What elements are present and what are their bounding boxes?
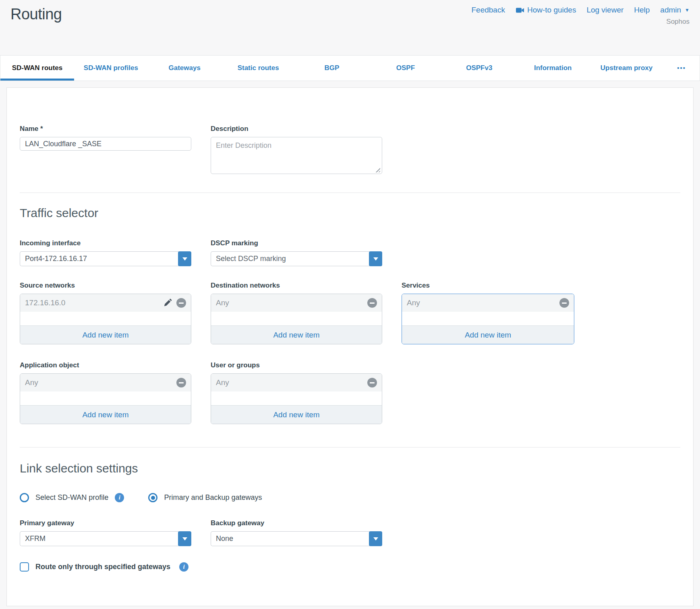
feedback-link[interactable]: Feedback — [471, 6, 505, 14]
destination-networks-add-button[interactable]: Add new item — [211, 325, 382, 344]
interface-dscp-row: Incoming interface Port4-172.16.16.17 DS… — [20, 239, 680, 266]
triangle-down-icon — [373, 537, 378, 541]
listbox-empty-space — [211, 392, 382, 405]
service-item-text: Any — [407, 298, 559, 307]
backup-gateway-dropdown-button[interactable] — [369, 531, 382, 546]
dscp-marking-dropdown[interactable]: Select DSCP marking — [211, 251, 382, 266]
backup-gateway-label: Backup gateway — [211, 519, 382, 527]
user-or-groups-listbox: Any Add new item — [211, 373, 382, 424]
description-label: Description — [211, 125, 382, 133]
traffic-selector-heading: Traffic selector — [20, 206, 680, 220]
application-object-item: Any — [20, 374, 191, 392]
destination-network-item: Any — [211, 294, 382, 312]
source-network-item: 172.16.16.0 — [20, 294, 191, 312]
incoming-interface-dropdown-button[interactable] — [178, 251, 191, 266]
edit-pencil-icon[interactable] — [163, 298, 172, 308]
radio-select-sdwan-profile[interactable] — [20, 493, 29, 502]
incoming-interface-label: Incoming interface — [20, 239, 191, 247]
service-item: Any — [402, 294, 574, 312]
tab-ospf[interactable]: OSPF — [369, 56, 442, 81]
dscp-marking-label: DSCP marking — [211, 239, 382, 247]
info-icon[interactable]: i — [179, 562, 188, 572]
tab-static-routes[interactable]: Static routes — [222, 56, 295, 81]
tab-ospfv3[interactable]: OSPFv3 — [442, 56, 516, 81]
tab-information[interactable]: Information — [516, 56, 590, 81]
primary-gateway-value[interactable]: XFRM — [20, 531, 179, 546]
destination-networks-listbox: Any Add new item — [211, 294, 382, 344]
primary-gateway-dropdown[interactable]: XFRM — [20, 531, 191, 546]
radio-primary-backup-gateways-label: Primary and Backup gateways — [164, 493, 262, 502]
header-links: Feedback How-to guides Log viewer Help a… — [471, 6, 690, 14]
route-edit-card: Name * Description Traffic selector Inco… — [6, 87, 694, 606]
brand-label: Sophos — [471, 18, 690, 26]
networks-row: Source networks 172.16.16.0 Add new item… — [20, 282, 680, 344]
route-only-checkbox-label: Route only through specified gateways — [35, 563, 170, 571]
primary-gateway-dropdown-button[interactable] — [178, 531, 191, 546]
tab-sdwan-routes[interactable]: SD-WAN routes — [0, 56, 74, 81]
page-header: Routing Feedback How-to guides Log viewe… — [0, 0, 700, 55]
name-description-row: Name * Description — [20, 125, 680, 176]
gateway-mode-radio-group: Select SD-WAN profile i Primary and Back… — [20, 493, 680, 502]
tab-bgp[interactable]: BGP — [295, 56, 369, 81]
header-right: Feedback How-to guides Log viewer Help a… — [471, 6, 690, 26]
admin-menu[interactable]: admin ▼ — [660, 6, 690, 14]
backup-gateway-dropdown[interactable]: None — [211, 531, 382, 546]
incoming-interface-dropdown[interactable]: Port4-172.16.16.17 — [20, 251, 191, 266]
source-networks-label: Source networks — [20, 282, 191, 290]
route-only-row: Route only through specified gateways i — [20, 562, 680, 572]
log-viewer-link[interactable]: Log viewer — [586, 6, 623, 14]
user-or-groups-add-button[interactable]: Add new item — [211, 405, 382, 424]
services-add-button[interactable]: Add new item — [402, 325, 574, 344]
radio-select-sdwan-profile-label: Select SD-WAN profile — [35, 493, 108, 502]
tab-overflow-ellipsis[interactable]: ••• — [663, 56, 700, 81]
app-users-row: Application object Any Add new item User… — [20, 361, 680, 424]
caret-down-icon: ▼ — [685, 7, 690, 13]
remove-item-icon[interactable] — [559, 298, 569, 308]
divider-traffic-selector — [20, 193, 680, 193]
help-link[interactable]: Help — [634, 6, 650, 14]
user-or-groups-item-text: Any — [216, 378, 367, 387]
application-object-label: Application object — [20, 361, 191, 369]
destination-network-item-text: Any — [216, 298, 367, 307]
routing-tabbar: SD-WAN routes SD-WAN profiles Gateways S… — [0, 55, 700, 81]
services-label: Services — [402, 282, 574, 290]
remove-item-icon[interactable] — [367, 378, 377, 387]
application-object-listbox: Any Add new item — [20, 373, 191, 424]
services-listbox: Any Add new item — [402, 294, 574, 344]
description-textarea[interactable] — [211, 137, 382, 174]
source-network-item-text: 172.16.16.0 — [25, 298, 163, 307]
incoming-interface-value[interactable]: Port4-172.16.16.17 — [20, 251, 179, 266]
listbox-empty-space — [211, 312, 382, 325]
triangle-down-icon — [182, 257, 187, 261]
dscp-dropdown-button[interactable] — [369, 251, 382, 266]
tab-upstream-proxy[interactable]: Upstream proxy — [590, 56, 663, 81]
radio-primary-backup-gateways[interactable] — [148, 493, 157, 502]
listbox-empty-space — [20, 392, 191, 405]
source-networks-add-button[interactable]: Add new item — [20, 325, 191, 344]
tab-sdwan-profiles[interactable]: SD-WAN profiles — [74, 56, 148, 81]
remove-item-icon[interactable] — [176, 378, 186, 387]
remove-item-icon[interactable] — [367, 298, 377, 308]
listbox-empty-space — [20, 312, 191, 325]
name-label: Name * — [20, 125, 191, 133]
listbox-empty-space — [402, 312, 574, 325]
video-camera-icon — [516, 7, 524, 13]
triangle-down-icon — [182, 537, 187, 541]
name-input[interactable] — [20, 137, 191, 151]
gateways-row: Primary gateway XFRM Backup gateway None — [20, 519, 680, 546]
application-object-add-button[interactable]: Add new item — [20, 405, 191, 424]
dscp-marking-value[interactable]: Select DSCP marking — [211, 251, 370, 266]
howto-guides-link[interactable]: How-to guides — [516, 6, 576, 14]
backup-gateway-value[interactable]: None — [211, 531, 370, 546]
application-object-item-text: Any — [25, 378, 176, 387]
primary-gateway-label: Primary gateway — [20, 519, 191, 527]
tab-gateways[interactable]: Gateways — [148, 56, 222, 81]
source-networks-listbox: 172.16.16.0 Add new item — [20, 294, 191, 344]
info-icon[interactable]: i — [115, 493, 124, 502]
user-or-groups-item: Any — [211, 374, 382, 392]
link-selection-heading: Link selection settings — [20, 462, 680, 475]
route-only-checkbox[interactable] — [20, 562, 29, 572]
triangle-down-icon — [373, 257, 378, 261]
remove-item-icon[interactable] — [176, 298, 186, 308]
user-or-groups-label: User or groups — [211, 361, 382, 369]
